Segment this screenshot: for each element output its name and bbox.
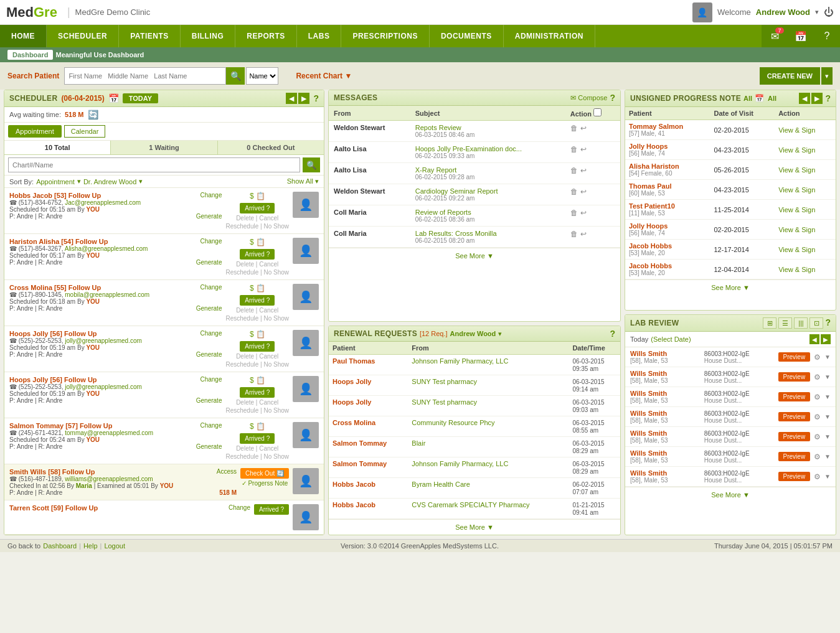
unsigned-help-icon[interactable]: ? (825, 93, 831, 103)
lab-patient-name[interactable]: Wills Smith (630, 429, 701, 437)
create-new-button[interactable]: CREATE NEW (760, 67, 820, 85)
noshow-link[interactable]: No Show (263, 361, 289, 368)
patient-name[interactable]: Salmon Tommay [57] Follow Up (9, 422, 112, 429)
view-sign-link[interactable]: View & Sign (778, 186, 815, 194)
reply-msg-icon[interactable]: ↩ (580, 166, 587, 175)
nav-prescriptions[interactable]: PRESCRIPTIONS (341, 25, 430, 47)
nav-home[interactable]: HOME (0, 25, 47, 47)
msg-subject[interactable]: Repots Review (415, 124, 560, 131)
patient-name[interactable]: Cross Molina [55] Follow Up (9, 284, 101, 291)
create-new-dropdown-button[interactable]: ▾ (821, 67, 833, 85)
show-all-link[interactable]: Show All ▾ (287, 177, 319, 185)
dropdown-arrow-icon[interactable]: ▼ (824, 413, 831, 420)
unsigned-patient[interactable]: Thomas Paul (629, 182, 706, 190)
unsigned-patient[interactable]: Jolly Hoops (629, 222, 706, 230)
billing-icon[interactable]: $ (250, 192, 254, 200)
tab-checked-out[interactable]: 0 Checked Out (218, 141, 324, 154)
delete-link[interactable]: Delete (236, 307, 254, 314)
dropdown-arrow-icon[interactable]: ▼ (824, 453, 831, 460)
renewal-patient[interactable]: Hoops Jolly (333, 378, 371, 385)
unsigned-all-link[interactable]: All (743, 95, 752, 102)
arrived-button[interactable]: Arrived ? (240, 295, 275, 306)
calendar-button[interactable]: 📅 (788, 25, 814, 47)
noshow-link[interactable]: No Show (263, 407, 289, 414)
delete-msg-icon[interactable]: 🗑 (570, 230, 578, 238)
footer-logout-link[interactable]: Logout (104, 542, 125, 550)
recent-chart-button[interactable]: Recent Chart ▼ (296, 72, 352, 80)
compose-button[interactable]: ✉ Compose (570, 94, 607, 102)
nav-scheduler[interactable]: SCHEDULER (47, 25, 119, 47)
email-button[interactable]: ✉ 7 (762, 25, 788, 47)
cancel-link[interactable]: Cancel (259, 261, 278, 268)
reply-msg-icon[interactable]: ↩ (580, 145, 587, 154)
dropdown-arrow-icon[interactable]: ▼ (824, 354, 831, 360)
generate-link[interactable]: Generate (196, 259, 222, 266)
generate-link[interactable]: Generate (196, 213, 222, 220)
msg-subject[interactable]: Cardiology Seminar Report (415, 187, 560, 195)
renewal-patient[interactable]: Hoops Jolly (333, 398, 371, 406)
preview-button[interactable]: Preview (778, 352, 811, 362)
tab-waiting[interactable]: 1 Waiting (111, 141, 217, 154)
doc-icon[interactable]: 📋 (256, 284, 265, 293)
reply-msg-icon[interactable]: ↩ (580, 124, 587, 133)
help-button[interactable]: ? (814, 25, 840, 47)
reschedule-link[interactable]: Reschedule (225, 361, 258, 368)
reschedule-link[interactable]: Reschedule (225, 223, 258, 230)
change-link[interactable]: Change (229, 504, 250, 512)
arrived-button[interactable]: Arrived ? (240, 203, 275, 213)
patient-name[interactable]: Hobbs Jacob [53] Follow Up (9, 192, 101, 199)
reschedule-link[interactable]: Reschedule (225, 269, 258, 276)
delete-link[interactable]: Delete (236, 215, 254, 222)
lab-icon-2[interactable]: ☰ (778, 317, 792, 329)
renewal-patient[interactable]: Hobbs Jacob (333, 501, 375, 509)
unsigned-see-more[interactable]: See More ▼ (625, 279, 836, 295)
view-sign-link[interactable]: View & Sign (778, 206, 815, 213)
view-sign-link[interactable]: View & Sign (778, 226, 815, 233)
arrived-button[interactable]: Arrived ? (240, 341, 275, 352)
unsigned-patient[interactable]: Test Patient10 (629, 202, 706, 210)
change-link[interactable]: Change (200, 192, 222, 199)
reschedule-link[interactable]: Reschedule (225, 407, 258, 414)
generate-link[interactable]: Generate (196, 443, 222, 450)
delete-msg-icon[interactable]: 🗑 (570, 187, 578, 196)
checkout-button[interactable]: Check Out 🔄 (240, 468, 289, 479)
arrived-button[interactable]: Arrived ? (254, 504, 289, 515)
scheduler-next-arrow[interactable]: ▶ (298, 93, 309, 104)
access-link[interactable]: Access (217, 468, 237, 476)
view-sign-link[interactable]: View & Sign (778, 166, 815, 174)
unsigned-patient[interactable]: Tommay Salmon (629, 123, 706, 130)
progress-note-link[interactable]: ✓ Progerss Note (242, 480, 288, 487)
scheduler-help-icon[interactable]: ? (313, 93, 319, 103)
unsigned-patient[interactable]: Jacob Hobbs (629, 262, 706, 270)
unsigned-next-arrow[interactable]: ▶ (811, 93, 823, 104)
lab-patient-name[interactable]: Wills Smith (630, 410, 701, 417)
arrived-button[interactable]: Arrived ? (240, 433, 275, 444)
unsigned-prev-arrow[interactable]: ◀ (799, 93, 810, 104)
generate-link[interactable]: Generate (196, 397, 222, 404)
gear-icon[interactable]: ⚙ (814, 373, 821, 382)
lab-patient-name[interactable]: Wills Smith (630, 370, 701, 377)
lab-patient-name[interactable]: Wills Smith (630, 390, 701, 397)
view-sign-link[interactable]: View & Sign (778, 246, 815, 253)
gear-icon[interactable]: ⚙ (814, 472, 821, 481)
dropdown-arrow-icon[interactable]: ▼ (824, 473, 831, 480)
footer-dashboard-link[interactable]: Dashboard (43, 542, 77, 550)
renewal-doctor[interactable]: Andrew Wood (450, 330, 496, 337)
lab-help-icon[interactable]: ? (825, 317, 831, 329)
breadcrumb-dashboard[interactable]: Dashboard (7, 50, 53, 60)
billing-icon[interactable]: $ (250, 422, 254, 431)
delete-link[interactable]: Delete (236, 445, 254, 452)
chart-search-input[interactable] (8, 157, 300, 172)
view-sign-link[interactable]: View & Sign (778, 126, 815, 134)
billing-icon[interactable]: $ (250, 330, 254, 339)
generate-link[interactable]: Generate (196, 305, 222, 312)
reply-msg-icon[interactable]: ↩ (580, 230, 587, 238)
lab-prev-btn[interactable]: ◀ (809, 334, 819, 344)
lab-icon-1[interactable]: ⊞ (763, 317, 776, 329)
lab-icon-3[interactable]: ||| (794, 317, 808, 329)
billing-icon[interactable]: $ (250, 238, 254, 246)
refresh-icon[interactable]: 🔄 (88, 110, 98, 120)
patient-name[interactable]: Tarren Scott [59] Follow Up (9, 504, 98, 512)
welcome-name[interactable]: Andrew Wood (756, 7, 810, 17)
renewal-patient[interactable]: Cross Molina (333, 419, 375, 426)
